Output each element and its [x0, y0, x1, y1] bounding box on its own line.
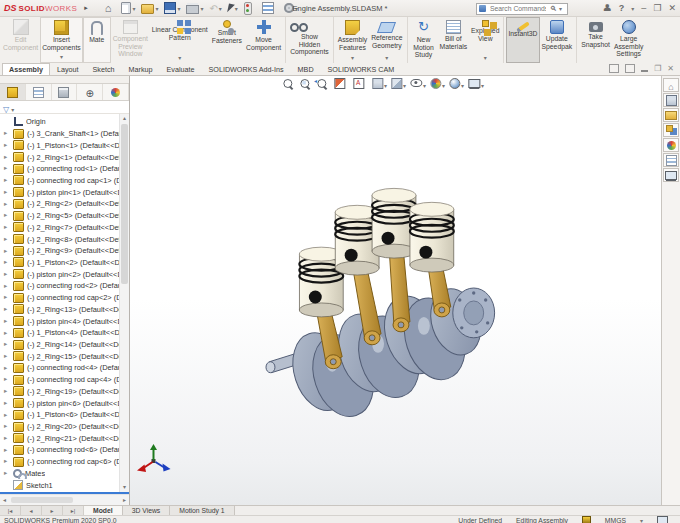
task-pane-button-appearances-scenes[interactable]	[663, 138, 679, 152]
scrollbar-thumb[interactable]	[121, 124, 128, 284]
tree-item[interactable]: ▸ (-) piston pin<6> (Default<<D	[0, 397, 120, 409]
expand-arrow-icon[interactable]: ▸	[4, 353, 10, 360]
scroll-left-icon[interactable]: ◂	[0, 495, 9, 505]
chevron-down-icon[interactable]	[385, 54, 388, 62]
ribbon-button-bill-of-materials[interactable]: Bill of Materials	[438, 17, 470, 63]
chevron-down-icon[interactable]	[295, 4, 298, 13]
task-pane-button-file-explorer[interactable]	[663, 108, 679, 122]
panel-tab-propertymanager[interactable]	[26, 84, 52, 100]
tree-item[interactable]: ▸ (-) connecting rod<1> (Default	[0, 163, 120, 175]
command-tab-solidworks-cam[interactable]: SOLIDWORKS CAM	[321, 63, 402, 75]
tree-item[interactable]: ▸ (-) connecting rod<2> (Default	[0, 280, 120, 292]
quick-access-button-rebuild[interactable]	[244, 2, 256, 15]
expand-arrow-icon[interactable]: ▸	[4, 248, 10, 255]
search-commands-box[interactable]: 🔍︎	[476, 3, 568, 15]
panel-tab-displaymanager[interactable]	[103, 84, 129, 100]
expand-arrow-icon[interactable]: ▸	[4, 130, 10, 137]
chevron-down-icon[interactable]	[60, 53, 63, 61]
chevron-down-icon[interactable]	[219, 4, 222, 13]
ribbon-button-exploded-view[interactable]: Exploded View	[469, 17, 504, 63]
chevron-down-icon[interactable]	[442, 76, 445, 92]
menu-expand-icon[interactable]: ▸	[84, 4, 88, 12]
command-tab-solidworks-add-ins[interactable]: SOLIDWORKS Add-Ins	[202, 63, 291, 75]
expand-arrow-icon[interactable]: ▸	[4, 388, 10, 395]
expand-arrow-icon[interactable]: ▸	[4, 294, 10, 301]
model-tab-motion-study-1[interactable]: Motion Study 1	[170, 506, 234, 515]
tree-item[interactable]: ▸ (-) 1_Piston<4> (Default<<Def	[0, 327, 120, 339]
tree-item[interactable]: ▸ (-) connecting rod cap<6> (De	[0, 456, 120, 468]
model-tab-model[interactable]: Model	[84, 506, 123, 515]
expand-arrow-icon[interactable]: ▸	[4, 435, 10, 442]
task-pane-button-solidworks-resources[interactable]	[663, 78, 679, 92]
view-tool-button-zoom-to-area[interactable]	[300, 76, 313, 92]
tree-item[interactable]: ▸ (-) 2_Ring<5> (Default<<Defau	[0, 210, 120, 222]
ribbon-button-update-speedpak[interactable]: Update Speedpak	[540, 17, 578, 63]
chevron-down-icon[interactable]	[178, 54, 181, 62]
task-pane-button-custom-properties[interactable]	[663, 153, 679, 167]
tree-item[interactable]: ▸ (-) 2_Ring<1> (Default<<Defau	[0, 151, 120, 163]
ribbon-button-mate[interactable]: Mate	[83, 17, 111, 63]
tree-item[interactable]: ▸ (-) 2_Ring<19> (Default<<Def	[0, 386, 120, 398]
expand-arrow-icon[interactable]: ▸	[4, 271, 10, 278]
quick-access-button-options[interactable]	[284, 3, 298, 13]
view-tool-button-section-view[interactable]	[334, 76, 349, 92]
task-pane-button-solidworks-forum[interactable]	[663, 168, 679, 182]
search-input[interactable]	[488, 4, 548, 13]
command-tab-layout[interactable]: Layout	[50, 63, 86, 75]
chevron-down-icon[interactable]	[351, 54, 354, 62]
ribbon-button-component-preview-window[interactable]: Component Preview Window	[111, 17, 150, 63]
command-tab-sketch[interactable]: Sketch	[86, 63, 122, 75]
tree-item[interactable]: ▸ (-) 2_Ring<14> (Default<<Def	[0, 339, 120, 351]
expand-arrow-icon[interactable]: ▸	[4, 177, 10, 184]
expand-arrow-icon[interactable]: ▸	[4, 165, 10, 172]
command-tab-mbd[interactable]: MBD	[291, 63, 321, 75]
expand-arrow-icon[interactable]: ▸	[4, 400, 10, 407]
model-tab-3d-views[interactable]: 3D Views	[123, 506, 171, 515]
user-account-icon[interactable]: 👤︎	[603, 4, 612, 13]
view-tool-button-hide-show-items[interactable]	[410, 76, 426, 92]
ribbon-button-take-snapshot[interactable]: Take Snapshot	[579, 17, 612, 63]
tree-item[interactable]: ▸ (-) piston pin<4> (Default<<D	[0, 315, 120, 327]
scroll-right-icon[interactable]: ▸	[120, 495, 129, 505]
expand-arrow-icon[interactable]: ▸	[4, 189, 10, 196]
chevron-down-icon[interactable]	[461, 76, 464, 92]
expand-arrow-icon[interactable]: ▸	[4, 365, 10, 372]
chevron-down-icon[interactable]	[155, 4, 158, 13]
expand-arrow-icon[interactable]: ▸	[4, 376, 10, 383]
restore-window-icon[interactable]: ❐	[653, 4, 661, 13]
tree-item[interactable]: ▸ (-) 2_Ring<2> (Default<<Defau	[0, 198, 120, 210]
ribbon-button-instant3d[interactable]: Instant3D	[506, 17, 539, 63]
expand-arrow-icon[interactable]: ▸	[4, 212, 10, 219]
chevron-down-icon[interactable]	[132, 4, 135, 13]
engine-assembly-model[interactable]	[130, 76, 661, 505]
tree-item[interactable]: ▸ (-) connecting rod<4> (Default	[0, 362, 120, 374]
quick-access-button-print[interactable]	[186, 2, 203, 14]
tab-nav-button-previous-tab[interactable]: ◂	[21, 506, 42, 515]
new-window-icon[interactable]	[625, 64, 635, 73]
quick-access-button-select[interactable]	[228, 3, 238, 13]
command-tab-assembly[interactable]: Assembly	[2, 63, 50, 75]
ribbon-button-insert-components[interactable]: Insert Components	[40, 17, 83, 63]
view-tool-button-view-settings[interactable]	[468, 76, 484, 92]
quick-tips-icon[interactable]	[657, 516, 668, 523]
task-pane-button-design-library[interactable]	[663, 93, 679, 107]
expand-arrow-icon[interactable]: ▸	[4, 458, 10, 465]
ribbon-button-reference-geometry[interactable]: Reference Geometry	[369, 17, 407, 63]
tree-item[interactable]: ▸ (-) connecting rod cap<4> (De	[0, 374, 120, 386]
tree-item[interactable]: ▸ (-) connecting rod cap<1> (De	[0, 175, 120, 187]
tab-nav-button-last-tab[interactable]: ▸|	[63, 506, 84, 515]
minimize-window-icon[interactable]: –	[641, 4, 646, 13]
tree-item[interactable]: ▸ (-) piston pin<2> (Default<<D	[0, 268, 120, 280]
ribbon-button-move-component[interactable]: Move Component	[244, 17, 286, 63]
scroll-down-icon[interactable]: ▾	[120, 483, 129, 492]
expand-arrow-icon[interactable]: ▸	[4, 283, 10, 290]
expand-arrow-icon[interactable]: ▸	[4, 201, 10, 208]
chevron-down-icon[interactable]	[177, 4, 180, 13]
view-tool-button-view-orientation[interactable]	[372, 76, 387, 92]
expand-arrow-icon[interactable]: ▸	[4, 318, 10, 325]
tree-item[interactable]: ▸ Origin	[0, 116, 120, 128]
tree-item[interactable]: ▸ Mates	[0, 468, 120, 480]
ribbon-button-assembly-features[interactable]: Assembly Features	[336, 17, 369, 63]
close-document-icon[interactable]: ✕	[667, 65, 674, 73]
ribbon-button-new-motion-study[interactable]: New Motion Study	[410, 17, 438, 63]
